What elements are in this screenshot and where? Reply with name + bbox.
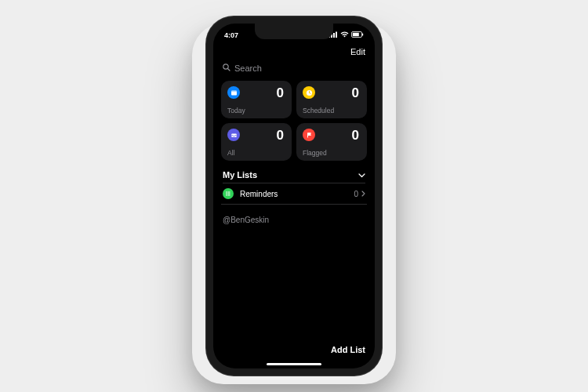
card-all-label: All [227, 149, 234, 157]
section-title: My Lists [223, 170, 257, 180]
chevron-down-icon [358, 170, 365, 180]
phone-frame: 4:07 Edit [205, 16, 383, 376]
card-all[interactable]: 0 All [221, 123, 292, 161]
search-placeholder: Search [234, 64, 262, 73]
notch [255, 24, 333, 39]
card-today-count: 0 [277, 85, 284, 101]
svg-line-8 [228, 69, 230, 71]
svg-rect-5 [353, 33, 359, 36]
card-all-count: 0 [277, 128, 284, 143]
list-item-name: Reminders [240, 190, 354, 198]
list-item-reminders[interactable]: Reminders 0 [221, 183, 367, 205]
inbox-icon [227, 129, 240, 141]
card-scheduled-label: Scheduled [303, 107, 334, 114]
card-today-label: Today [227, 107, 245, 114]
screen: 4:07 Edit [213, 24, 375, 368]
svg-rect-3 [336, 32, 337, 38]
svg-rect-2 [333, 33, 335, 38]
card-flagged-label: Flagged [303, 149, 327, 157]
card-scheduled-count: 0 [352, 85, 359, 101]
svg-rect-16 [228, 192, 230, 193]
card-flagged[interactable]: 0 Flagged [296, 123, 367, 161]
add-list-button[interactable]: Add List [331, 345, 365, 354]
list-bullet-icon [223, 188, 234, 199]
search-input[interactable]: Search [221, 61, 367, 79]
edit-button[interactable]: Edit [350, 47, 365, 56]
card-scheduled[interactable]: 0 Scheduled [296, 81, 367, 118]
my-lists-header[interactable]: My Lists [221, 170, 367, 183]
svg-point-17 [226, 193, 227, 194]
svg-rect-6 [362, 34, 363, 36]
clock-icon [303, 86, 315, 99]
card-today[interactable]: 0 Today [221, 81, 292, 118]
flag-icon [303, 129, 315, 141]
card-flagged-count: 0 [352, 128, 359, 143]
battery-icon [351, 31, 364, 39]
svg-point-15 [226, 191, 227, 193]
list-item-count: 0 [354, 190, 358, 198]
svg-rect-20 [228, 195, 230, 196]
svg-rect-18 [228, 194, 230, 194]
wifi-icon [340, 31, 349, 39]
chevron-right-icon [361, 190, 365, 198]
status-time: 4:07 [224, 31, 238, 39]
credit-text: @BenGeskin [221, 216, 367, 224]
svg-point-19 [226, 194, 227, 196]
search-icon [223, 64, 230, 73]
svg-rect-10 [231, 90, 237, 92]
calendar-today-icon [227, 86, 240, 99]
home-indicator[interactable] [267, 363, 321, 365]
